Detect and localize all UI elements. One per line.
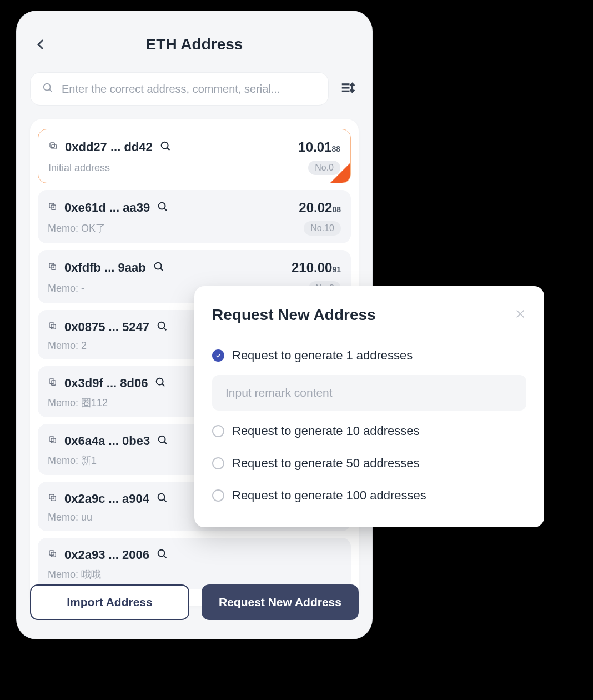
address-text: 0x6a4a ... 0be3 [64,434,150,448]
svg-rect-18 [49,323,54,327]
memo-text: Memo: 圈112 [48,396,108,409]
radio-unchecked-icon [212,489,224,502]
magnify-icon[interactable] [156,320,168,334]
generate-option[interactable]: Request to generate 1 addresses [212,339,526,372]
search-box[interactable] [30,72,329,106]
sort-icon [340,79,356,96]
svg-line-24 [162,384,164,386]
magnify-icon[interactable] [156,548,168,562]
magnify-icon[interactable] [156,492,168,506]
address-text: 0x3d9f ... 8d06 [64,376,148,391]
address-left: 0xe61d ... aa39 [48,201,169,215]
address-left: 0x3d9f ... 8d06 [48,376,167,391]
svg-point-19 [158,322,165,329]
svg-point-35 [158,550,165,557]
page-title: ETH Address [146,36,243,53]
balance: 10.0188 [298,139,340,155]
copy-icon[interactable] [48,202,58,214]
option-label: Request to generate 100 addresses [232,488,426,503]
address-left: 0x0875 ... 5247 [48,320,168,334]
address-text: 0x2a93 ... 2006 [64,548,149,562]
address-text: 0xe61d ... aa39 [64,201,150,215]
address-text: 0xfdfb ... 9aab [64,261,146,275]
svg-line-16 [160,268,163,271]
modal-close-button[interactable] [514,308,526,322]
svg-line-28 [164,442,167,444]
sort-button[interactable] [338,77,359,101]
close-icon [514,308,526,320]
memo-text: Memo: - [48,283,84,294]
serial-badge: No.10 [304,221,341,236]
request-new-address-button[interactable]: Request New Address [202,584,359,620]
copy-icon[interactable] [48,377,58,389]
address-left: 0xfdfb ... 9aab [48,261,165,275]
address-row-bottom: Initial addressNo.0 [48,161,340,175]
balance: 210.0091 [292,260,341,276]
memo-text: Memo: 新1 [48,454,97,467]
address-left: 0x6a4a ... 0be3 [48,434,169,448]
svg-point-15 [154,263,161,269]
svg-line-20 [164,328,166,330]
back-button[interactable] [34,38,48,51]
svg-rect-30 [49,494,54,499]
svg-point-27 [159,436,165,443]
copy-icon[interactable] [48,493,58,505]
address-row-top: 0xe61d ... aa3920.0208 [48,200,341,216]
copy-icon[interactable] [48,549,58,561]
generate-option[interactable]: Request to generate 10 addresses [212,415,526,447]
magnify-icon[interactable] [153,261,165,275]
svg-rect-6 [50,143,54,147]
balance: 20.0208 [299,200,341,216]
memo-text: Memo: 哦哦 [48,568,101,581]
address-item[interactable]: 0xdd27 ... dd4210.0188Initial addressNo.… [38,129,351,183]
magnify-icon[interactable] [154,376,167,391]
svg-rect-22 [49,379,54,383]
remark-input[interactable] [212,375,526,411]
generate-option[interactable]: Request to generate 100 addresses [212,479,526,512]
option-label: Request to generate 10 addresses [232,424,420,438]
memo-text: Memo: OK了 [48,222,105,235]
address-left: 0xdd27 ... dd42 [48,140,172,154]
svg-line-12 [164,208,167,211]
bottom-buttons: Import Address Request New Address [30,584,359,620]
chevron-left-icon [34,38,48,51]
svg-point-0 [44,84,51,91]
svg-rect-17 [51,324,56,329]
svg-rect-14 [49,263,54,268]
magnify-icon[interactable] [159,140,172,154]
svg-rect-5 [52,144,56,149]
svg-point-11 [159,203,165,209]
address-row-top: 0xdd27 ... dd4210.0188 [48,139,340,155]
address-item[interactable]: 0x2a93 ... 2006Memo: 哦哦 [38,538,351,589]
generate-option[interactable]: Request to generate 50 addresses [212,447,526,479]
import-address-button[interactable]: Import Address [30,584,189,620]
radio-unchecked-icon [212,425,224,437]
copy-icon[interactable] [48,262,58,274]
magnify-icon[interactable] [157,201,169,215]
address-row-bottom: Memo: OK了No.10 [48,221,341,236]
request-new-address-modal: Request New Address Request to generate … [194,286,544,527]
svg-rect-26 [49,437,54,441]
address-left: 0x2a93 ... 2006 [48,548,168,562]
svg-rect-10 [49,203,54,208]
copy-icon[interactable] [48,321,58,333]
svg-rect-25 [51,438,56,443]
address-left: 0x2a9c ... a904 [48,492,168,506]
remark-input-wrap [212,375,526,411]
search-input[interactable] [62,83,317,96]
copy-icon[interactable] [48,141,58,153]
svg-point-31 [158,494,165,501]
svg-line-8 [167,148,169,150]
address-row-top: 0xfdfb ... 9aab210.0091 [48,260,341,276]
address-text: 0x2a9c ... a904 [64,492,149,506]
radio-checked-icon [212,349,224,362]
magnify-icon[interactable] [157,434,169,448]
copy-icon[interactable] [48,435,58,447]
svg-rect-33 [51,552,56,557]
address-item[interactable]: 0xe61d ... aa3920.0208Memo: OK了No.10 [38,190,351,243]
serial-badge: No.0 [308,161,340,175]
address-row-bottom: Memo: 哦哦 [48,568,341,581]
address-row-top: 0x2a93 ... 2006 [48,548,341,562]
svg-rect-9 [51,205,56,209]
svg-line-1 [49,89,52,92]
